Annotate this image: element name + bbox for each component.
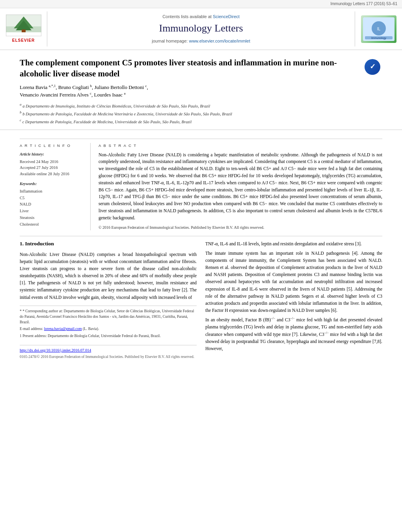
- section-divider-1: [20, 236, 382, 236]
- article-info-abstract-section: A R T I C L E I N F O Article history: R…: [20, 139, 382, 230]
- sciencedirect-link[interactable]: ScienceDirect: [213, 14, 240, 19]
- article-title-section: The complement component C5 promotes liv…: [0, 50, 402, 130]
- journal-logo-image: IL Immunology: [361, 15, 396, 43]
- footnote-present: 1 Present address: Departamento de Biolo…: [20, 333, 197, 339]
- keyword-liver: Liver: [20, 208, 85, 215]
- footer-bar: http://dx.doi.org/10.1016/j.imlet.2016.0…: [20, 345, 197, 362]
- keyword-cholesterol: Cholesterol: [20, 221, 85, 228]
- issn-text: 0165-2478/© 2016 European Federation of …: [20, 354, 197, 360]
- contents-link-text: Contents lists available at ScienceDirec…: [162, 14, 240, 20]
- journal-logo-right: IL Immunology: [355, 11, 402, 46]
- article-info-label: A R T I C L E I N F O: [20, 143, 85, 148]
- article-title: The complement component C5 promotes liv…: [20, 57, 363, 80]
- body-right-col: TNF-α, IL-6 and IL-1ß levels, leptin and…: [205, 240, 382, 362]
- elsevier-logo-svg: [6, 15, 41, 36]
- crossmark-badge: ✓: [365, 59, 380, 75]
- title-row: The complement component C5 promotes liv…: [20, 57, 382, 80]
- body-two-col: 1. Introduction Non-Alcoholic Liver Dise…: [20, 240, 382, 362]
- svg-rect-4: [22, 30, 26, 32]
- svg-text:IL: IL: [377, 27, 380, 31]
- journal-homepage-link[interactable]: www.elsevier.com/locate/immlet: [189, 39, 250, 43]
- authors-line: Lorena Bavia a,*,1, Bruno Cogliati b, Ju…: [20, 83, 382, 99]
- footnote-corresponding: * * Corresponding author at: Departament…: [20, 308, 197, 325]
- abstract-label: A B S T R A C T: [99, 143, 382, 148]
- footnote-email: E-mail address: lorena.bavia@gmail.com (…: [20, 326, 197, 332]
- doi-link[interactable]: http://dx.doi.org/10.1016/j.imlet.2016.0…: [20, 348, 197, 353]
- introduction-heading: 1. Introduction: [20, 240, 197, 248]
- svg-text:Immunology: Immunology: [371, 37, 386, 40]
- body-left-col: 1. Introduction Non-Alcoholic Liver Dise…: [20, 240, 197, 362]
- affiliations: a a Departamento de Imunologia, Institut…: [20, 102, 382, 125]
- abstract-column: A B S T R A C T Non-Alcoholic Fatty Live…: [99, 143, 382, 230]
- intro-para2: TNF-α, IL-6 and IL-1ß levels, leptin and…: [205, 240, 382, 247]
- homepage-text: journal homepage: www.elsevier.com/locat…: [152, 38, 250, 44]
- keyword-inflammation: Inflammation: [20, 188, 85, 195]
- intro-para4: In an obesity model, Factor B (fB)−/− an…: [205, 316, 382, 352]
- available-date: Available online 28 July 2016: [20, 171, 85, 177]
- affiliation-c: c c Departamento de Patologia, Faculdade…: [20, 118, 382, 125]
- crossmark-icon[interactable]: ✓: [363, 57, 382, 77]
- abstract-text: Non-Alcoholic Fatty Liver Disease (NALD)…: [99, 152, 382, 222]
- page: Immunology Letters 177 (2016) 53–61 ELSE…: [0, 0, 402, 366]
- affiliation-b: b b Departamento de Patologia, Faculdade…: [20, 110, 382, 117]
- article-info-column: A R T I C L E I N F O Article history: R…: [20, 143, 91, 230]
- keyword-nald: NALD: [20, 201, 85, 208]
- journal-center: Contents lists available at ScienceDirec…: [47, 11, 355, 46]
- email-link[interactable]: lorena.bavia@gmail.com: [44, 327, 82, 331]
- intro-para1: Non-Alcoholic Liver Disease (NALD) compr…: [20, 251, 197, 301]
- abstract-copyright: © 2016 European Federation of Immunologi…: [99, 225, 382, 230]
- intro-para3: The innate immune system has an importan…: [205, 250, 382, 314]
- main-content: A R T I C L E I N F O Article history: R…: [0, 130, 402, 366]
- elsevier-logo-area: ELSEVIER: [0, 11, 47, 46]
- affiliation-a: a a Departamento de Imunologia, Institut…: [20, 102, 382, 109]
- journal-header: ELSEVIER Contents lists available at Sci…: [0, 8, 402, 50]
- volume-info-bar: Immunology Letters 177 (2016) 53–61: [0, 0, 402, 8]
- accepted-date: Accepted 27 July 2016: [20, 165, 85, 171]
- footnote-area: * * Corresponding author at: Departament…: [20, 306, 197, 339]
- article-history-title: Article history:: [20, 152, 85, 157]
- keyword-c5: C5: [20, 195, 85, 202]
- keywords-title: Keywords:: [20, 181, 85, 187]
- keyword-steatosis: Steatosis: [20, 215, 85, 221]
- elsevier-brand-text: ELSEVIER: [12, 38, 35, 43]
- received-date: Received 24 May 2016: [20, 159, 85, 165]
- journal-title: Immunology Letters: [159, 21, 243, 35]
- journal-volume-text: Immunology Letters 177 (2016) 53–61: [330, 2, 397, 6]
